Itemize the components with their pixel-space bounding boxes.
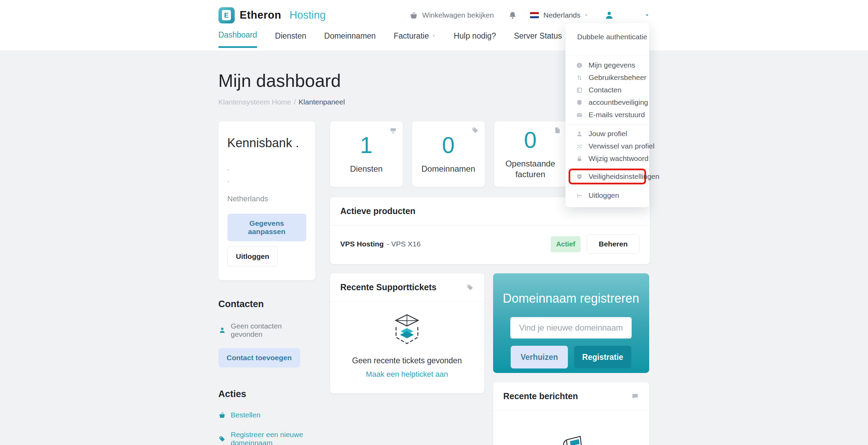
action-register-domain-link[interactable]: Registreer een nieuwe domeinnaam <box>218 431 315 445</box>
tag-icon <box>466 284 474 291</box>
highlighted-menu-item-outline: Veiligheidsinstellingen <box>569 169 646 184</box>
stat-card-domains[interactable]: 0 Domeinnamen <box>412 121 485 187</box>
menu-item-verwissel-profiel[interactable]: Verwissel van profiel <box>565 140 649 152</box>
active-products-title: Actieve producten <box>340 206 416 216</box>
menu-item-accountbeveiliging[interactable]: accountbeveiliging <box>565 96 649 109</box>
basket-icon <box>409 11 418 20</box>
chevron-down-icon <box>644 12 650 18</box>
breadcrumb-home[interactable]: Klantensysteem Home <box>218 98 291 106</box>
contacts-title: Contacten <box>218 299 315 310</box>
ticket-box-illustration <box>389 313 425 346</box>
menu-item-wijzig-wachtwoord[interactable]: Wijzig wachtwoord <box>565 152 649 165</box>
tickets-title: Recente Supporttickets <box>340 282 437 292</box>
language-selector[interactable]: Nederlands <box>543 11 588 19</box>
chat-icon <box>631 393 639 400</box>
stat-value: 0 <box>442 134 455 156</box>
user-avatar-button[interactable] <box>604 10 614 20</box>
notifications-button[interactable] <box>508 11 517 20</box>
manage-button[interactable]: Beheren <box>587 234 639 254</box>
actions-section: Acties Bestellen Registreer een nieuwe d… <box>218 389 315 445</box>
contacts-empty-text: Geen contacten gevonden <box>231 322 315 338</box>
create-ticket-link[interactable]: Maak een helpticket aan <box>337 370 477 379</box>
product-name: VPS Hosting <box>340 240 384 248</box>
action-order-link[interactable]: Bestellen <box>218 411 315 419</box>
menu-item-uitloggen[interactable]: Uitloggen <box>565 189 649 202</box>
brand-name-secondary: Hosting <box>289 9 326 21</box>
stat-card-services[interactable]: 1 Diensten <box>330 121 403 187</box>
tickets-empty-text: Geen recente tickets gevonden <box>337 356 477 365</box>
user-menu-toggle-caret[interactable] <box>644 12 650 18</box>
client-country: Netherlands <box>227 194 306 203</box>
newspaper-illustration <box>555 435 587 445</box>
chevron-down-icon <box>432 34 436 38</box>
tab-facturatie[interactable]: Facturatie <box>394 30 436 48</box>
netherlands-flag-icon <box>530 12 539 18</box>
user-icon <box>218 326 226 334</box>
status-badge: Actief <box>551 236 581 252</box>
breadcrumb-current: Klantenpaneel <box>299 98 345 106</box>
info-icon <box>576 62 583 69</box>
stat-label: Domeinnamen <box>418 163 479 174</box>
tab-server-status[interactable]: Server Status <box>514 30 562 48</box>
etheron-logo-icon: E <box>218 7 235 23</box>
tag-icon <box>471 127 479 134</box>
actions-title: Acties <box>218 389 315 400</box>
news-title: Recente berichten <box>503 391 578 401</box>
server-icon <box>389 127 397 134</box>
basket-icon <box>218 412 226 419</box>
brand-name-primary: Etheron <box>240 9 282 21</box>
domain-register-box: Domeinnaam registreren Verhuizen Registr… <box>493 273 649 373</box>
transfer-button[interactable]: Verhuizen <box>511 346 568 368</box>
chevron-down-icon <box>584 13 589 18</box>
domain-box-title: Domeinnaam registreren <box>503 291 639 306</box>
stat-value: 0 <box>524 129 537 151</box>
recent-news-card: Recente berichten <box>493 382 649 445</box>
tab-hulp-nodig[interactable]: Hulp nodig? <box>454 30 496 48</box>
tab-dashboard[interactable]: Dashboard <box>218 30 257 48</box>
menu-header-2fa[interactable]: Dubbele authenticatie <box>565 23 649 55</box>
stat-label: Diensten <box>347 163 386 174</box>
product-row: VPS Hosting - VPS X16 Actief Beheren <box>330 225 650 264</box>
menu-item-jouw-profiel[interactable]: Jouw profiel <box>565 128 649 140</box>
lock-icon <box>576 155 583 162</box>
add-contact-button[interactable]: Contact toevoegen <box>218 348 300 367</box>
domain-search-input[interactable] <box>510 317 632 338</box>
client-profile-card: Kennisbank . . . Netherlands Gegevens aa… <box>218 121 315 280</box>
tab-diensten[interactable]: Diensten <box>275 30 306 48</box>
menu-item-emails-verstuurd[interactable]: E-mails verstuurd <box>565 109 649 121</box>
contact-card-icon <box>576 87 583 93</box>
tag-icon <box>218 435 226 443</box>
menu-item-gebruikersbeheer[interactable]: Gebruikersbeheer <box>565 71 649 84</box>
language-label: Nederlands <box>543 11 580 19</box>
shield-badge-icon <box>576 173 583 180</box>
menu-item-veiligheidsinstellingen[interactable]: Veiligheidsinstellingen <box>570 170 644 183</box>
top-navbar: E Etheron Hosting Winkelwagen bekijken <box>0 0 868 51</box>
register-button[interactable]: Registratie <box>574 346 631 368</box>
profile-logout-button[interactable]: Uitloggen <box>227 246 278 266</box>
edit-details-button[interactable]: Gegevens aanpassen <box>227 214 306 241</box>
shuffle-icon <box>576 143 583 150</box>
client-name: Kennisbank . <box>227 136 306 150</box>
stat-label: Openstaande facturen <box>494 158 567 180</box>
user-dropdown-menu: Dubbele authenticatie Mijn gegevens Gebr… <box>565 23 649 207</box>
user-icon <box>604 10 614 20</box>
client-address: . . <box>227 162 306 185</box>
product-detail: - VPS X16 <box>387 240 421 248</box>
sort-arrows-icon <box>576 74 583 81</box>
active-products-card: Actieve producten VPS Hosting - VPS X16 … <box>330 197 650 264</box>
stat-card-invoices[interactable]: 0 Openstaande facturen <box>494 121 567 187</box>
contacts-section: Contacten Geen contacten gevonden Contac… <box>218 299 315 367</box>
recent-tickets-card: Recente Supporttickets <box>330 273 484 393</box>
menu-item-mijn-gegevens[interactable]: Mijn gegevens <box>565 59 649 71</box>
file-icon <box>553 127 561 134</box>
menu-item-contacten[interactable]: Contacten <box>565 84 649 96</box>
brand-logo[interactable]: E Etheron Hosting <box>218 7 326 23</box>
stat-value: 1 <box>360 134 373 156</box>
bell-icon <box>508 11 517 20</box>
envelope-icon <box>576 112 583 118</box>
logout-icon <box>576 192 583 199</box>
tab-domeinnamen[interactable]: Domeinnamen <box>324 30 376 48</box>
cart-label: Winkelwagen bekijken <box>422 11 494 19</box>
cart-button[interactable]: Winkelwagen bekijken <box>409 11 494 20</box>
shield-icon <box>576 99 583 106</box>
